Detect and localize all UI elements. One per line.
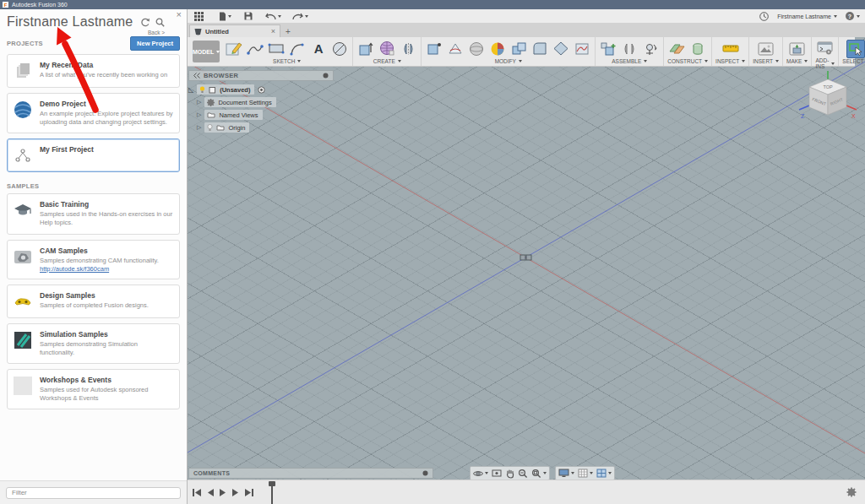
draft-icon[interactable] bbox=[446, 40, 465, 58]
insert-image-icon[interactable] bbox=[757, 40, 775, 58]
tree-row-origin[interactable]: ▷ Origin bbox=[197, 122, 334, 133]
visibility-bulb-icon[interactable] bbox=[199, 86, 205, 94]
display-settings-button[interactable] bbox=[558, 469, 574, 478]
help-dropdown-caret[interactable] bbox=[857, 15, 860, 18]
ribbon-group-label-addins[interactable]: ADD-INS bbox=[815, 57, 835, 70]
tree-row-root[interactable]: ◺ (Unsaved) bbox=[188, 84, 334, 95]
3d-print-icon[interactable] bbox=[788, 40, 807, 58]
zoom-button[interactable] bbox=[518, 469, 528, 479]
rectangle-icon[interactable] bbox=[267, 40, 286, 58]
visibility-bulb-icon[interactable] bbox=[207, 124, 213, 132]
project-card-my-first-project[interactable]: My First Project bbox=[7, 138, 180, 172]
orbit-dropdown-caret[interactable] bbox=[485, 472, 488, 474]
play-button[interactable] bbox=[220, 489, 226, 496]
circle-icon[interactable] bbox=[330, 40, 349, 58]
collapsed-arrow-icon[interactable]: ▷ bbox=[197, 124, 201, 131]
sample-card-basic-training[interactable]: Basic Training Samples used in the Hands… bbox=[7, 193, 180, 234]
press-pull-icon[interactable] bbox=[425, 40, 443, 58]
select-icon[interactable] bbox=[846, 40, 865, 58]
sample-card-cam-samples[interactable]: CAM Samples Samples demonstrating CAM fu… bbox=[7, 240, 180, 279]
look-at-button[interactable] bbox=[492, 469, 502, 478]
comments-options-icon[interactable] bbox=[422, 470, 428, 476]
ribbon-group-label-construct[interactable]: CONSTRUCT bbox=[667, 58, 708, 65]
project-card-my-recent-data[interactable]: My Recent Data A list of what you've rec… bbox=[7, 54, 180, 88]
scripts-addins-icon[interactable] bbox=[816, 39, 835, 57]
sample-card-workshops-events[interactable]: Workshops & Events Samples used for Auto… bbox=[7, 369, 180, 409]
project-card-demo-project[interactable]: Demo Project An example project. Explore… bbox=[7, 93, 180, 133]
close-panel-icon[interactable]: × bbox=[177, 9, 182, 19]
tree-row-document-settings[interactable]: ▷ Document Settings bbox=[197, 97, 334, 107]
mirror-icon[interactable] bbox=[399, 40, 417, 58]
timeline-settings-gear-icon[interactable] bbox=[846, 487, 857, 497]
spline-icon[interactable] bbox=[246, 40, 264, 58]
save-button[interactable] bbox=[242, 11, 254, 21]
fit-button[interactable] bbox=[531, 469, 547, 479]
appearance-icon[interactable] bbox=[488, 40, 507, 58]
new-tab-button[interactable]: + bbox=[286, 27, 291, 37]
ribbon-group-label-assemble[interactable]: ASSEMBLE bbox=[599, 58, 660, 65]
grid-snaps-button[interactable] bbox=[578, 469, 593, 478]
shell-icon[interactable] bbox=[467, 40, 486, 58]
help-menu[interactable]: ? bbox=[846, 12, 860, 20]
combine-icon[interactable] bbox=[509, 40, 528, 58]
step-forward-button[interactable] bbox=[232, 489, 239, 496]
expand-arrow-icon[interactable]: ◺ bbox=[188, 86, 193, 94]
axis-icon[interactable] bbox=[688, 40, 707, 58]
collapsed-arrow-icon[interactable]: ▷ bbox=[197, 111, 201, 118]
offset-plane-icon[interactable] bbox=[667, 40, 686, 58]
new-component-icon[interactable] bbox=[599, 40, 617, 58]
view-cube[interactable]: Z X TOP FRONT RIGHT bbox=[797, 69, 858, 123]
sample-card-design-samples[interactable]: Design Samples Samples of completed Fusi… bbox=[7, 285, 180, 318]
back-link[interactable]: Back > bbox=[148, 30, 165, 35]
ribbon-group-label-select[interactable]: SELECT bbox=[842, 58, 865, 65]
fit-dropdown-caret[interactable] bbox=[543, 472, 547, 474]
3d-viewport[interactable]: BROWSER ◺ (Unsaved) ▷ D bbox=[188, 37, 865, 480]
extrude-icon[interactable] bbox=[356, 40, 375, 58]
help-icon[interactable]: ? bbox=[846, 12, 854, 20]
document-tab-untitled[interactable]: Untitled × bbox=[189, 24, 280, 37]
cube-top-face[interactable]: TOP bbox=[823, 84, 833, 89]
cam-samples-link[interactable]: http://autode.sk/f360cam bbox=[40, 265, 109, 273]
ribbon-group-label-insert[interactable]: INSERT bbox=[753, 58, 779, 65]
redo-button[interactable] bbox=[291, 12, 310, 21]
filter-input[interactable] bbox=[6, 487, 181, 499]
fillet-icon[interactable] bbox=[530, 40, 549, 58]
job-status-button[interactable] bbox=[759, 12, 769, 21]
workspace-switcher[interactable]: MODEL bbox=[193, 41, 220, 62]
redo-dropdown-caret[interactable] bbox=[305, 15, 308, 18]
pan-button[interactable] bbox=[505, 469, 514, 479]
user-account-menu[interactable]: Firstname Lastname bbox=[777, 14, 837, 19]
section-analysis-icon[interactable] bbox=[573, 40, 591, 58]
orbit-button[interactable] bbox=[473, 469, 488, 479]
step-back-button[interactable] bbox=[207, 489, 214, 496]
file-menu-button[interactable] bbox=[217, 11, 233, 22]
sample-card-simulation-samples[interactable]: Simulation Samples Samples demonstrating… bbox=[7, 323, 180, 364]
tree-row-named-views[interactable]: ▷ Named Views bbox=[197, 110, 334, 120]
form-icon[interactable] bbox=[378, 40, 396, 58]
viewports-dropdown-caret[interactable] bbox=[608, 472, 612, 474]
ribbon-group-label-sketch[interactable]: SKETCH bbox=[225, 58, 349, 65]
ribbon-group-label-make[interactable]: MAKE bbox=[786, 58, 808, 65]
ribbon-group-label-create[interactable]: CREATE bbox=[356, 58, 417, 65]
joint-icon[interactable] bbox=[620, 40, 639, 58]
file-dropdown-caret[interactable] bbox=[228, 15, 231, 18]
undo-button[interactable] bbox=[264, 12, 283, 21]
go-to-start-button[interactable] bbox=[193, 489, 201, 496]
viewports-button[interactable] bbox=[596, 469, 612, 478]
display-dropdown-caret[interactable] bbox=[571, 472, 574, 474]
go-to-end-button[interactable] bbox=[245, 489, 253, 496]
comments-bar[interactable]: COMMENTS bbox=[188, 468, 433, 479]
chamfer-icon[interactable] bbox=[552, 40, 570, 58]
grid-dropdown-caret[interactable] bbox=[590, 472, 593, 474]
ribbon-group-label-inspect[interactable]: INSPECT bbox=[715, 58, 745, 65]
joint-origin-icon[interactable] bbox=[641, 40, 660, 58]
activate-radio-icon[interactable] bbox=[258, 86, 265, 94]
create-sketch-icon[interactable] bbox=[225, 40, 243, 58]
search-icon[interactable] bbox=[155, 18, 165, 27]
refresh-icon[interactable] bbox=[140, 18, 150, 27]
browser-header[interactable]: BROWSER bbox=[188, 70, 334, 81]
browser-options-icon[interactable] bbox=[323, 73, 329, 79]
collapse-panel-icon[interactable] bbox=[193, 73, 200, 79]
timeline-position-marker[interactable] bbox=[269, 481, 275, 504]
sketch-text-icon[interactable]: A bbox=[309, 40, 328, 58]
